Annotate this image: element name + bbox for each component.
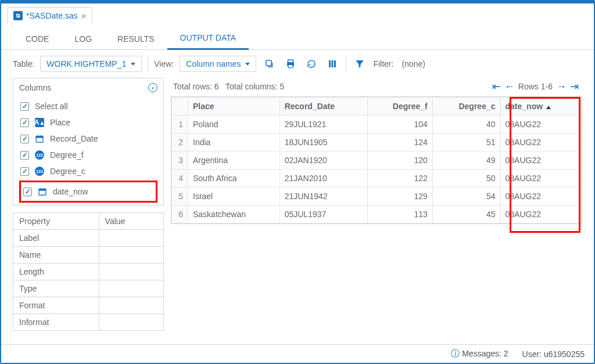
columns-panel: Columns ‹ Select all ▲ Place Record_Date (13, 78, 164, 206)
chevron-down-icon (131, 63, 135, 66)
first-page-icon[interactable]: ⇤ (492, 80, 501, 93)
column-item[interactable]: ▲ Place (19, 114, 157, 131)
prev-page-icon[interactable]: ← (504, 81, 515, 93)
file-tabs: ⧉ *SASDate.sas × (1, 3, 594, 24)
columns-header: Columns (19, 83, 51, 92)
tab-log[interactable]: LOG (62, 28, 105, 49)
view-select[interactable]: Column names (180, 56, 256, 72)
toolbar: Table: WORK.HIGHTEMP_1 View: Column name… (1, 50, 594, 78)
props-row-label: Length (13, 264, 99, 280)
column-item[interactable]: date_now (21, 183, 156, 200)
checkbox-checked[interactable] (23, 188, 32, 196)
col-header-sorted[interactable]: date_now (500, 98, 581, 116)
info-icon: ⓘ (451, 348, 460, 358)
tab-results[interactable]: RESULTS (105, 28, 167, 49)
column-item[interactable]: Degree_c (19, 163, 157, 179)
col-header[interactable]: Degree_c (432, 98, 500, 116)
total-rows: Total rows: 6 (173, 82, 219, 91)
column-label: Record_Date (50, 134, 98, 143)
numeric-icon (35, 167, 44, 176)
calendar-icon (35, 134, 44, 143)
print-icon[interactable] (283, 56, 298, 71)
col-header[interactable]: Record_Date (279, 98, 367, 116)
props-row-label: Label (13, 230, 99, 247)
highlighted-column: date_now (19, 181, 157, 203)
table-value: WORK.HIGHTEMP_1 (46, 59, 126, 69)
column-label: Degree_f (50, 150, 84, 160)
refresh-icon[interactable] (304, 56, 319, 71)
table-row[interactable]: 1Poland29JUL19211044008AUG22 (172, 116, 582, 134)
checkbox-checked[interactable] (20, 135, 29, 143)
chevron-down-icon (245, 63, 250, 66)
column-label: Degree_c (50, 167, 85, 176)
table-row[interactable]: 3Argentina02JAN19201204908AUG22 (172, 152, 582, 170)
tab-code[interactable]: CODE (13, 28, 62, 49)
props-row-label: Name (13, 247, 99, 264)
total-columns: Total columns: 5 (225, 82, 284, 91)
table-row[interactable]: 4South Africa21JAN20101225008AUG22 (172, 170, 582, 188)
select-all-label: Select all (35, 102, 68, 111)
table-select[interactable]: WORK.HIGHTEMP_1 (40, 56, 142, 72)
col-header[interactable]: Degree_f (367, 98, 432, 116)
data-table: Place Record_Date Degree_f Degree_c date… (171, 97, 582, 224)
props-header-value: Value (99, 213, 163, 230)
svg-rect-3 (289, 65, 293, 68)
column-label: Place (50, 118, 70, 127)
svg-rect-1 (288, 60, 293, 63)
svg-rect-6 (334, 60, 336, 67)
file-tab-active[interactable]: ⧉ *SASDate.sas × (7, 7, 92, 24)
file-tab-label: *SASDate.sas (26, 11, 78, 20)
table-row[interactable]: 2India18JUN19051245108AUG22 (172, 134, 582, 152)
props-row-label: Informat (13, 314, 99, 331)
properties-table: PropertyValue Label Name Length Type For… (13, 212, 164, 331)
sas-file-icon: ⧉ (13, 11, 23, 20)
table-header-row: Place Record_Date Degree_f Degree_c date… (172, 98, 582, 116)
filter-value: (none) (402, 59, 425, 69)
nav-tabs: CODE LOG RESULTS OUTPUT DATA (1, 24, 594, 50)
export-icon[interactable] (262, 56, 277, 71)
sort-asc-icon (546, 106, 551, 109)
rows-range: Rows 1-6 (518, 82, 553, 91)
status-bar: ⓘ Messages: 2 User: u61950255 (1, 344, 594, 363)
filter-icon[interactable] (352, 56, 367, 71)
user-info: User: u61950255 (522, 349, 585, 359)
checkbox-checked[interactable] (20, 118, 29, 127)
svg-rect-5 (332, 60, 334, 67)
table-label: Table: (13, 59, 34, 69)
svg-rect-12 (39, 189, 46, 190)
view-value: Column names (186, 59, 241, 69)
props-row-label: Type (13, 280, 99, 297)
svg-rect-0 (266, 60, 271, 66)
checkbox-checked[interactable] (20, 167, 29, 176)
last-page-icon[interactable]: ⇥ (570, 80, 579, 93)
view-label: View: (154, 59, 174, 69)
col-header[interactable]: Place (188, 98, 280, 116)
messages-button[interactable]: ⓘ Messages: 2 (451, 348, 508, 359)
columns-icon[interactable] (325, 56, 340, 71)
numeric-icon (35, 150, 44, 160)
next-page-icon[interactable]: → (556, 81, 567, 93)
column-label: date_now (53, 187, 88, 196)
column-item[interactable]: Record_Date (19, 131, 157, 147)
props-header-property: Property (13, 213, 99, 230)
checkbox-checked[interactable] (20, 151, 29, 160)
checkbox-checked[interactable] (20, 102, 29, 111)
svg-rect-8 (36, 136, 43, 138)
filter-label: Filter: (373, 59, 393, 69)
collapse-icon[interactable]: ‹ (148, 83, 157, 92)
data-table-wrap: Place Record_Date Degree_f Degree_c date… (171, 96, 582, 224)
table-row[interactable]: 5Israel21JUN19421295408AUG22 (172, 188, 582, 206)
column-item[interactable]: Degree_f (19, 147, 157, 163)
select-all-row[interactable]: Select all (19, 98, 157, 114)
alpha-icon: ▲ (35, 118, 44, 127)
svg-rect-4 (329, 60, 331, 67)
tab-output-data[interactable]: OUTPUT DATA (167, 27, 249, 50)
close-icon[interactable]: × (81, 12, 87, 20)
table-row[interactable]: 6Saskatchewan05JUL19371134508AUG22 (172, 206, 582, 224)
calendar-icon (38, 187, 47, 196)
props-row-label: Format (13, 297, 99, 314)
